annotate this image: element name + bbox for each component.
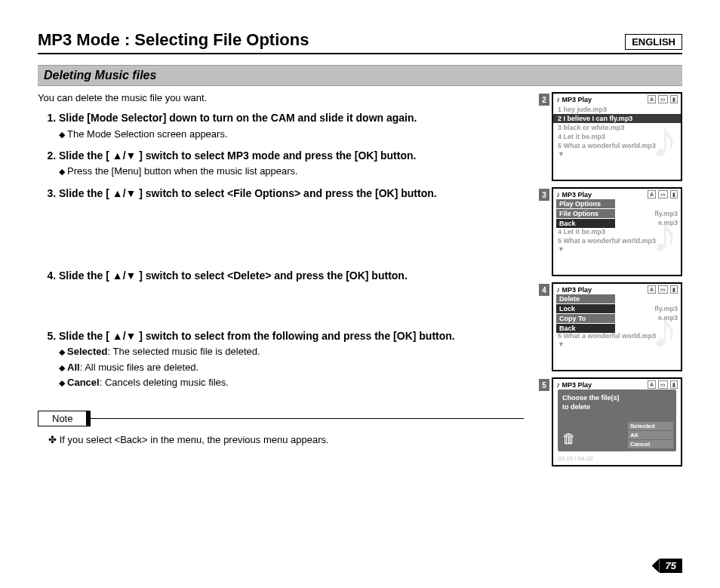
note-label-row: Note	[38, 411, 524, 426]
battery-icon: ▮	[670, 190, 678, 199]
screenshot-5-wrap: 5 ♪ MP3 Play A▭▮ 03.15 / 04.02 Choose th…	[539, 377, 682, 466]
step-5-sub1: Selected: The selected music file is del…	[59, 345, 524, 359]
song-row: 3 black or white.mp3	[553, 123, 681, 132]
step-5-sub2-desc: : All music files are deleted.	[80, 362, 199, 373]
screenshot-2-wrap: 2 ♪ ♪ MP3 Play A▭▮ 1 hey jude.mp3 2 I be…	[539, 92, 682, 181]
menu-item-copy-to: Copy To	[556, 314, 615, 323]
step-3: Slide the [ ▲/▼ ] switch to select <File…	[59, 186, 524, 202]
card-icon: ▭	[658, 380, 668, 389]
note-label: Note	[38, 411, 91, 426]
screenshot-5: ♪ MP3 Play A▭▮ 03.15 / 04.02 Choose the …	[552, 377, 682, 466]
step-5-sub2: All: All music files are deleted.	[59, 361, 524, 374]
screen-head: ♪ MP3 Play A▭▮	[553, 189, 681, 200]
step-2-text: Slide the [ ▲/▼ ] switch to select MP3 m…	[59, 149, 416, 162]
status-icons: A▭▮	[648, 95, 678, 103]
content-area: You can delete the music file you want. …	[38, 92, 682, 466]
step-5-text: Slide the [ ▲/▼ ] switch to select from …	[59, 330, 455, 342]
step-4-text: Slide the [ ▲/▼ ] switch to select <Dele…	[59, 269, 408, 282]
page-number: 75	[660, 559, 682, 573]
step-5-sub1-desc: : The selected music file is deleted.	[108, 346, 260, 357]
menu-item-lock: Lock	[556, 304, 615, 313]
step-5-sub2-label: All	[67, 362, 80, 373]
step-3-text: Slide the [ ▲/▼ ] switch to select <File…	[59, 187, 437, 199]
note-icon: ♪	[556, 190, 560, 199]
menu-item-file-options: File Options	[556, 209, 615, 218]
menu-item-back: Back	[556, 219, 615, 228]
screen-head: ♪ MP3 Play A▭▮	[553, 379, 681, 390]
note-divider	[90, 418, 524, 419]
steps-list: Slide [Mode Selector] down to turn on th…	[38, 111, 524, 389]
screen-title: MP3 Play	[562, 381, 592, 389]
card-icon: ▭	[658, 95, 668, 103]
repeat-icon: A	[648, 95, 656, 103]
menu-item-back: Back	[556, 324, 615, 333]
screenshot-4-number: 4	[539, 284, 549, 296]
battery-icon: ▮	[670, 285, 678, 294]
dialog-option-selected: Selected	[628, 422, 673, 430]
status-icons: A▭▮	[648, 285, 678, 294]
instructions-column: You can delete the music file you want. …	[38, 92, 524, 466]
note-icon: ♪	[556, 95, 560, 103]
song-row: 1 hey jude.mp3	[553, 105, 681, 114]
card-icon: ▭	[658, 285, 668, 294]
screenshot-2: ♪ ♪ MP3 Play A▭▮ 1 hey jude.mp3 2 I beli…	[552, 92, 682, 181]
screenshot-3-number: 3	[539, 189, 549, 201]
menu-item-delete: Delete	[556, 294, 615, 303]
step-5-sub1-label: Selected	[67, 346, 107, 357]
dialog-text-line2: to delete	[562, 403, 672, 412]
scroll-down-icon: ▼	[553, 245, 681, 253]
song-row: 5 What a wonderful world.mp3	[553, 236, 681, 245]
language-badge: ENGLISH	[625, 34, 682, 50]
repeat-icon: A	[648, 380, 656, 389]
screenshot-5-number: 5	[539, 379, 549, 391]
context-menu: Delete Lock Copy To Back	[556, 294, 615, 334]
screen-head: ♪ MP3 Play A▭▮	[553, 284, 681, 295]
song-row: 5 What a wonderful world.mp3	[553, 141, 681, 150]
page-title: MP3 Mode : Selecting File Options	[38, 30, 309, 50]
section-subtitle: Deleting Music files	[38, 65, 682, 86]
song-row: 4 Let it be.mp3	[553, 132, 681, 141]
step-4: Slide the [ ▲/▼ ] switch to select <Dele…	[59, 269, 524, 284]
step-5-sub3-desc: : Cancels deleting music files.	[100, 377, 229, 388]
repeat-icon: A	[648, 285, 656, 294]
note-icon: ♪	[556, 285, 560, 294]
battery-icon: ▮	[670, 95, 678, 103]
step-5: Slide the [ ▲/▼ ] switch to select from …	[59, 329, 524, 389]
screenshot-4: ♪ ♪ MP3 Play A▭▮ fly.mp3 e.mp3 5 What a …	[552, 282, 682, 371]
dialog-option-all: All	[628, 431, 673, 439]
screenshot-3: ♪ ♪ MP3 Play A▭▮ fly.mp3 e.mp3 4 Let it …	[552, 187, 682, 276]
card-icon: ▭	[658, 190, 668, 199]
header-row: MP3 Mode : Selecting File Options ENGLIS…	[38, 30, 682, 54]
note-icon: ♪	[556, 380, 560, 389]
scroll-down-icon: ▼	[553, 340, 681, 348]
dialog-text-line1: Choose the file(s)	[562, 394, 672, 403]
intro-text: You can delete the music file you want.	[38, 92, 524, 103]
timecode: 03.15 / 04.02	[558, 455, 593, 462]
step-1-sub: The Mode Selection screen appears.	[59, 128, 524, 141]
scroll-down-icon: ▼	[553, 150, 681, 158]
note-body: If you select <Back> in the menu, the pr…	[38, 434, 524, 445]
dialog-options: Selected All Cancel	[628, 421, 673, 448]
screenshots-column: 2 ♪ ♪ MP3 Play A▭▮ 1 hey jude.mp3 2 I be…	[539, 92, 682, 466]
dialog-option-cancel: Cancel	[628, 440, 673, 448]
status-icons: A▭▮	[648, 190, 678, 199]
song-list: 1 hey jude.mp3 2 I believe I can fly.mp3…	[553, 105, 681, 158]
screen-title: MP3 Play	[562, 286, 592, 294]
repeat-icon: A	[648, 190, 656, 199]
context-menu: Play Options File Options Back	[556, 199, 615, 229]
menu-item-play-options: Play Options	[556, 199, 615, 208]
song-row-selected: 2 I believe I can fly.mp3	[553, 114, 681, 123]
screenshot-3-wrap: 3 ♪ ♪ MP3 Play A▭▮ fly.mp3 e.mp3 4 Let i…	[539, 187, 682, 276]
screen-title: MP3 Play	[562, 191, 592, 199]
status-icons: A▭▮	[648, 380, 678, 389]
battery-icon: ▮	[670, 380, 678, 389]
screen-title: MP3 Play	[562, 96, 592, 103]
step-5-sub3-label: Cancel	[67, 377, 100, 388]
note-box: Note If you select <Back> in the menu, t…	[38, 411, 524, 445]
screen-head: ♪ MP3 Play A▭▮	[553, 94, 681, 105]
delete-dialog: Choose the file(s) to delete 🗑 Selected …	[558, 389, 676, 451]
step-1-text: Slide [Mode Selector] down to turn on th…	[59, 112, 417, 124]
step-5-sub3: Cancel: Cancels deleting music files.	[59, 376, 524, 389]
step-2: Slide the [ ▲/▼ ] switch to select MP3 m…	[59, 149, 524, 179]
trash-icon: 🗑	[562, 431, 576, 447]
